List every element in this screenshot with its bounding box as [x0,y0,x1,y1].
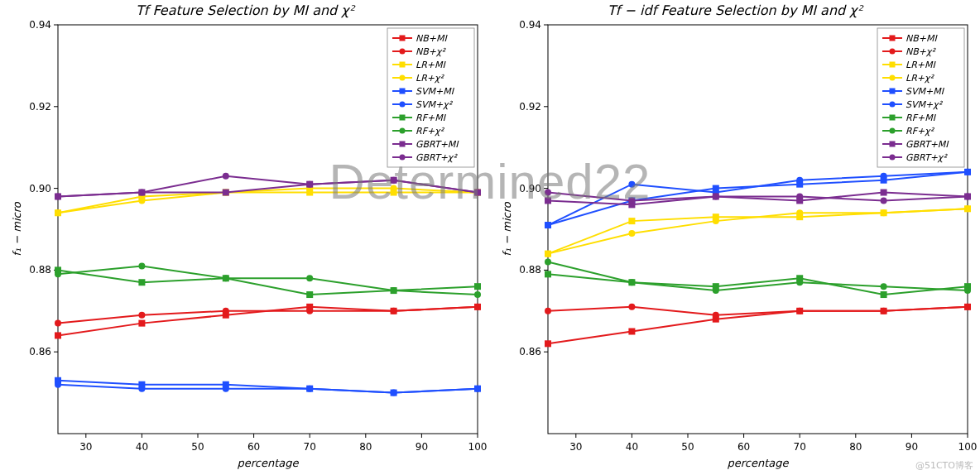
marker-circle-icon [391,390,397,396]
legend-marker-circle-icon [400,128,406,134]
legend-label: RF+MI [416,113,447,123]
x-axis-label: percentage [237,457,299,469]
marker-square-icon [474,283,481,290]
marker-circle-icon [138,190,145,196]
marker-square-icon [545,271,551,277]
marker-circle-icon [391,287,397,294]
x-tick-label: 30 [569,441,582,453]
legend-label: NB+MI [906,33,938,44]
marker-square-icon [306,291,313,298]
marker-circle-icon [628,181,635,188]
legend-marker-square-icon [400,89,406,94]
marker-circle-icon [713,312,719,319]
marker-circle-icon [628,230,635,237]
legend-label: RF+MI [906,113,937,123]
marker-circle-icon [796,177,803,184]
legend-label: GBRT+χ² [906,152,948,163]
legend-label: SVM+MI [416,86,455,97]
marker-circle-icon [881,308,887,314]
legend-marker-square-icon [400,62,406,68]
marker-circle-icon [545,259,551,266]
y-axis-label: f₁ − micro [501,201,513,256]
chart-panel-right: Tf − idf Feature Selection by MI and χ²3… [490,0,980,475]
marker-circle-icon [964,169,971,175]
marker-circle-icon [713,287,719,294]
x-tick-label: 80 [849,441,862,453]
x-tick-label: 70 [794,441,806,453]
y-tick-label: 0.86 [29,346,51,357]
legend-label: RF+χ² [906,126,935,137]
legend-marker-square-icon [890,62,896,68]
x-tick-label: 60 [247,441,260,453]
marker-circle-icon [474,386,481,392]
series-line [548,262,968,291]
marker-square-icon [223,190,229,196]
legend-label: NB+MI [416,33,448,44]
marker-circle-icon [545,308,551,314]
marker-circle-icon [628,197,635,204]
marker-circle-icon [628,304,635,310]
legend-label: LR+MI [416,60,446,70]
legend-marker-square-icon [890,115,896,121]
marker-circle-icon [796,193,803,199]
series-line [58,176,478,197]
marker-circle-icon [138,197,145,204]
marker-circle-icon [713,218,719,224]
marker-circle-icon [964,304,971,310]
marker-circle-icon [545,190,551,196]
legend-label: SVM+χ² [416,99,454,110]
legend-marker-square-icon [890,89,896,94]
marker-circle-icon [55,320,61,327]
marker-circle-icon [474,304,481,310]
legend-label: GBRT+MI [416,139,459,150]
legend-marker-square-icon [400,142,406,147]
y-tick-label: 0.88 [29,264,51,276]
x-tick-label: 80 [359,441,372,453]
marker-circle-icon [474,190,481,196]
marker-circle-icon [306,181,313,188]
y-tick-label: 0.90 [29,183,51,194]
figure-row: Tf Feature Selection by MI and χ²3040506… [0,0,980,475]
legend-marker-circle-icon [890,49,896,55]
y-tick-label: 0.94 [519,19,541,31]
x-tick-label: 50 [191,441,204,453]
y-tick-label: 0.88 [519,264,541,276]
marker-circle-icon [138,262,145,269]
marker-square-icon [545,340,551,347]
x-tick-label: 100 [958,441,978,453]
marker-circle-icon [881,209,887,216]
y-tick-label: 0.94 [29,19,51,31]
marker-circle-icon [223,308,229,314]
marker-circle-icon [223,275,229,281]
y-tick-label: 0.92 [29,101,51,113]
x-tick-label: 90 [906,441,918,453]
marker-circle-icon [964,193,971,199]
marker-circle-icon [306,275,313,281]
series-line [58,193,478,214]
marker-circle-icon [796,279,803,285]
marker-circle-icon [223,386,229,392]
marker-circle-icon [545,222,551,228]
marker-circle-icon [138,386,145,392]
legend-marker-circle-icon [400,102,406,108]
x-tick-label: 40 [136,441,148,453]
marker-circle-icon [391,177,397,184]
legend-label: NB+χ² [906,46,936,57]
chart-title: Tf Feature Selection by MI and χ² [136,2,357,18]
legend-marker-circle-icon [890,75,896,81]
x-tick-label: 50 [681,441,694,453]
legend-marker-square-icon [400,115,406,121]
marker-circle-icon [545,251,551,257]
marker-square-icon [55,332,61,338]
legend-marker-circle-icon [400,155,406,161]
marker-circle-icon [881,197,887,204]
x-tick-label: 100 [468,441,488,453]
x-axis-label: percentage [727,457,789,469]
y-tick-label: 0.90 [519,183,541,194]
x-tick-label: 70 [304,441,316,453]
marker-circle-icon [964,287,971,294]
legend-label: SVM+χ² [906,99,944,110]
legend-marker-circle-icon [890,128,896,134]
legend-marker-square-icon [400,36,406,41]
legend-label: NB+χ² [416,46,446,57]
